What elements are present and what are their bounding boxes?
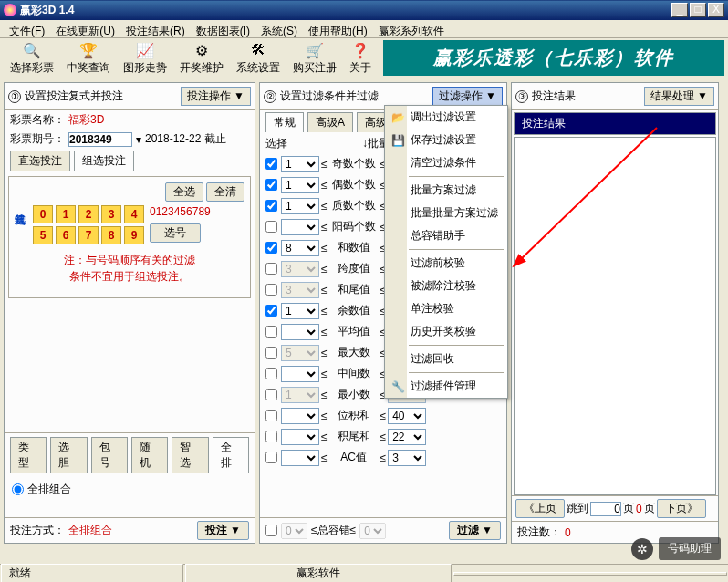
menu-file[interactable]: 文件(F) [4,22,50,36]
minimize-button[interactable]: _ [671,3,688,17]
tb-settings[interactable]: 🛠系统设置 [230,37,286,78]
filter-lo[interactable]: 8 [281,240,319,256]
filter-hi[interactable]: 40 [388,408,426,424]
filter-ops-dropdown[interactable]: 过滤操作 ▼ [432,87,503,106]
filter-lo[interactable]: 1 [281,303,319,319]
select-all-button[interactable]: 全选 [165,182,203,202]
period-dropdown-icon[interactable]: ▾ [136,133,141,146]
filter-hi[interactable]: 22 [388,429,426,445]
tb-trend[interactable]: 📈图形走势 [117,37,173,78]
result-ops-dropdown[interactable]: 结果处理 ▼ [644,87,714,106]
btab-bao[interactable]: 包号 [91,437,128,473]
filter-lo[interactable]: 1 [281,156,319,172]
num-5[interactable]: 5 [33,226,53,244]
filter-check[interactable] [265,242,277,254]
filter-lo[interactable] [281,219,319,235]
filter-check[interactable] [265,431,277,442]
btab-random[interactable]: 随机 [131,437,168,473]
filter-check[interactable] [265,368,277,379]
filter-hi[interactable]: 3 [388,450,426,466]
filter-button[interactable]: 过滤 ▼ [449,521,501,540]
maximize-button[interactable]: □ [690,3,706,17]
filter-lo[interactable]: 5 [281,345,319,361]
filter-check[interactable] [265,263,277,275]
filter-lo[interactable] [281,324,319,340]
filter-check[interactable] [265,158,277,170]
dd-item-1[interactable]: 💾保存过滤设置 [385,129,507,151]
filter-lo[interactable]: 1 [281,198,319,214]
menu-help[interactable]: 使用帮助(H) [303,22,373,36]
btab-full[interactable]: 全排 [213,437,249,473]
ftab-adva[interactable]: 高级A [307,112,353,132]
menu-series[interactable]: 赢彩系列软件 [373,22,450,36]
menu-update[interactable]: 在线更新(U) [50,22,120,36]
filter-check[interactable] [265,410,277,421]
filter-check[interactable] [265,305,277,317]
menu-system[interactable]: 系统(S) [255,22,303,36]
filter-lo[interactable] [281,450,319,466]
total-tolerance-check[interactable] [265,525,277,536]
dd-item-11[interactable]: 历史开奖校验 [385,320,507,343]
tb-about[interactable]: ❓关于 [343,37,378,78]
num-6[interactable]: 6 [56,226,76,244]
dd-item-10[interactable]: 单注校验 [385,297,507,320]
tab-direct-bet[interactable]: 直选投注 [10,151,70,171]
num-7[interactable]: 7 [78,226,99,244]
num-9[interactable]: 9 [124,226,144,244]
tolerance-lo[interactable]: 0 [281,523,307,539]
dd-item-13[interactable]: 过滤回收 [385,348,507,370]
btab-type[interactable]: 类型 [10,437,47,473]
period-input[interactable] [68,132,132,147]
filter-check[interactable] [265,200,277,212]
menu-charts[interactable]: 数据图表(I) [191,22,255,36]
tb-draw-maint[interactable]: ⚙开奖维护 [173,37,230,78]
num-3[interactable]: 3 [101,205,121,223]
num-4[interactable]: 4 [124,205,144,223]
full-combo-radio[interactable] [12,483,24,495]
num-1[interactable]: 1 [56,205,76,223]
dd-item-6[interactable]: 总容错助手 [385,224,507,247]
next-page-button[interactable]: 下页》 [657,499,706,518]
filter-check[interactable] [265,284,277,296]
bet-ops-dropdown[interactable]: 投注操作 ▼ [181,87,251,106]
dd-item-2[interactable]: 清空过滤条件 [385,151,507,174]
menu-results[interactable]: 投注结果(R) [120,22,191,36]
num-8[interactable]: 8 [101,226,121,244]
close-button[interactable]: X [708,3,724,17]
tb-buy[interactable]: 🛒购买注册 [286,37,343,78]
dd-item-9[interactable]: 被滤除注校验 [385,275,507,297]
prev-page-button[interactable]: 《上页 [515,499,565,518]
filter-check[interactable] [265,389,277,400]
dd-item-8[interactable]: 过滤前校验 [385,252,507,275]
tb-prize-query[interactable]: 🏆中奖查询 [60,37,117,78]
filter-lo[interactable] [281,366,319,382]
jump-page-input[interactable] [590,502,621,516]
pick-numbers-button[interactable]: 选号 [150,223,201,243]
tab-group-bet[interactable]: 组选投注 [74,151,134,171]
btab-dan[interactable]: 选胆 [50,437,87,473]
dd-item-15[interactable]: 🔧过滤插件管理 [385,375,507,398]
filter-check[interactable] [265,326,277,338]
filter-check[interactable] [265,179,277,191]
filter-lo[interactable]: 1 [281,387,319,403]
filter-check[interactable] [265,347,277,359]
filter-check[interactable] [265,452,277,463]
tolerance-hi[interactable]: 0 [359,523,386,539]
filter-lo[interactable] [281,429,319,445]
filter-check[interactable] [265,221,277,233]
result-tab[interactable]: 投注结果 [514,112,716,135]
tb-select-lottery[interactable]: 🔍选择彩票 [4,37,60,78]
num-0[interactable]: 0 [33,205,53,223]
clear-all-button[interactable]: 全清 [206,182,244,202]
num-2[interactable]: 2 [78,205,99,223]
dd-item-4[interactable]: 批量方案过滤 [385,179,507,202]
filter-lo[interactable] [281,408,319,424]
dd-item-5[interactable]: 批量批量方案过滤 [385,202,507,224]
filter-lo[interactable]: 1 [281,177,319,193]
ftab-normal[interactable]: 常规 [265,112,304,132]
filter-lo[interactable]: 3 [281,261,319,277]
btab-smart[interactable]: 智选 [172,437,208,473]
dd-item-0[interactable]: 📂调出过滤设置 [385,106,507,129]
filter-lo[interactable]: 3 [281,282,319,298]
bet-button[interactable]: 投注 ▼ [197,521,249,540]
